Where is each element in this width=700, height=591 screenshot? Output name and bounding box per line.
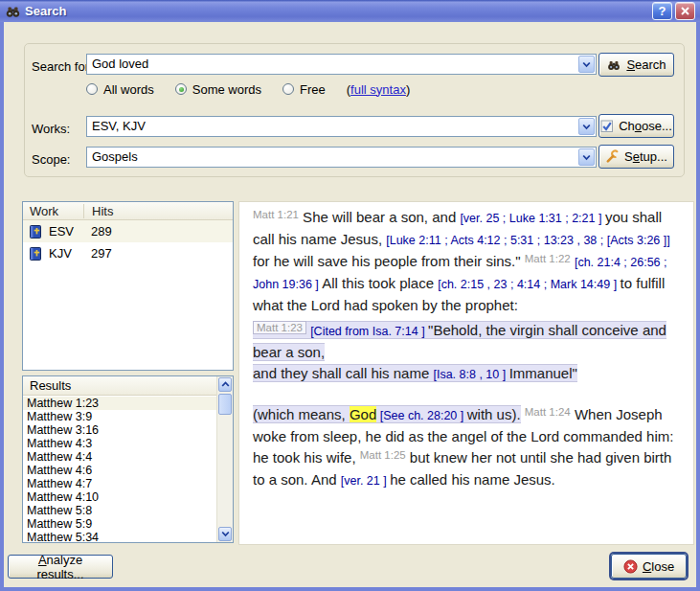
chevron-down-icon bbox=[221, 531, 230, 537]
hits-column-header[interactable]: Hits bbox=[84, 204, 113, 218]
results-list: Matthew 1:23Matthew 3:9Matthew 3:16Matth… bbox=[23, 397, 216, 542]
result-item[interactable]: Matthew 5:34 bbox=[23, 531, 216, 542]
radio-circle bbox=[86, 83, 98, 95]
book-icon bbox=[28, 246, 43, 261]
verse-number: Matt 1:23 bbox=[253, 321, 306, 334]
close-button-label: Close bbox=[643, 559, 674, 574]
result-item[interactable]: Matthew 5:9 bbox=[23, 517, 216, 531]
titlebar[interactable]: Search ? bbox=[0, 0, 700, 22]
result-item[interactable]: Matthew 4:6 bbox=[23, 464, 216, 477]
cross-reference-link[interactable]: [See ch. 28:20 ] bbox=[376, 409, 467, 422]
radio-all-words[interactable]: All words bbox=[86, 82, 154, 97]
verse-text: (which means, bbox=[253, 406, 350, 422]
scope-select[interactable]: Gospels bbox=[86, 147, 597, 168]
binoculars-icon bbox=[606, 58, 621, 72]
verse-text: Immanuel" bbox=[509, 365, 577, 381]
work-row[interactable]: KJV297 bbox=[23, 242, 233, 264]
wrench-icon bbox=[605, 149, 620, 164]
work-hits: 289 bbox=[91, 224, 112, 239]
word-mode-radio-group: All wordsSome wordsFree (full syntax) bbox=[86, 81, 410, 97]
full-syntax: (full syntax) bbox=[347, 82, 411, 97]
scrollbar-thumb[interactable] bbox=[218, 394, 232, 415]
scroll-up-button[interactable] bbox=[218, 377, 232, 392]
close-button[interactable]: Close bbox=[611, 554, 687, 579]
cross-reference-link[interactable]: [Cited from Isa. 7:14 ] bbox=[310, 325, 428, 338]
radio-label: All words bbox=[103, 82, 154, 97]
cross-reference-link[interactable]: [ch. 2:15 , 23 ; 4:14 ; Mark 14:49 ] bbox=[438, 278, 620, 291]
search-input-value[interactable]: God loved bbox=[87, 55, 577, 74]
result-item[interactable]: Matthew 1:23 bbox=[23, 397, 216, 410]
checkmark-icon bbox=[600, 120, 614, 133]
verse-paragraph: Matt 1:23 [Cited from Isa. 7:14 ] "Behol… bbox=[253, 320, 680, 385]
help-button[interactable]: ? bbox=[652, 2, 672, 20]
result-item[interactable]: Matthew 3:9 bbox=[23, 410, 216, 423]
works-rows: ESV289KJV297 bbox=[23, 220, 233, 264]
works-label: Works: bbox=[32, 122, 70, 136]
highlighted-quote: Matt 1:23 [Cited from Isa. 7:14 ] "Behol… bbox=[253, 322, 666, 381]
work-name: ESV bbox=[49, 224, 91, 239]
result-item[interactable]: Matthew 4:7 bbox=[23, 477, 216, 490]
analyze-results-label: Analyze results... bbox=[14, 553, 106, 581]
verse-text: and they shall call his name bbox=[253, 365, 433, 381]
analyze-results-button[interactable]: Analyze results... bbox=[8, 555, 113, 579]
chevron-up-icon bbox=[221, 381, 230, 388]
result-item[interactable]: Matthew 5:8 bbox=[23, 504, 216, 517]
scope-select-value[interactable]: Gospels bbox=[87, 148, 577, 167]
result-item[interactable]: Matthew 4:10 bbox=[23, 490, 216, 504]
full-syntax-link[interactable]: full syntax bbox=[350, 82, 406, 97]
search-dropdown-button[interactable] bbox=[578, 56, 595, 73]
work-name: KJV bbox=[49, 246, 91, 261]
works-select-value[interactable]: ESV, KJV bbox=[87, 117, 577, 136]
search-button[interactable]: Search bbox=[598, 53, 674, 77]
works-hits-header[interactable]: Work Hits bbox=[23, 202, 233, 220]
results-panel: Results Matthew 1:23Matthew 3:9Matthew 3… bbox=[22, 375, 234, 543]
choose-button[interactable]: Choose... bbox=[598, 114, 674, 138]
verse-text: he called his name Jesus. bbox=[390, 471, 555, 488]
setup-button-label: Setup... bbox=[624, 149, 667, 164]
window-title: Search bbox=[25, 4, 649, 18]
verse-paragraph: (which means, God [See ch. 28:20 ] with … bbox=[253, 404, 680, 491]
result-item[interactable]: Matthew 4:3 bbox=[23, 437, 216, 450]
cross-reference-link[interactable]: [Isa. 8:8 , 10 ] bbox=[433, 368, 508, 381]
search-for-label: Search for: bbox=[32, 59, 93, 74]
radio-some-words[interactable]: Some words bbox=[175, 82, 261, 97]
radio-circle bbox=[282, 83, 294, 95]
works-select[interactable]: ESV, KJV bbox=[86, 116, 597, 137]
cross-reference-link[interactable]: [ver. 25 ; Luke 1:31 ; 2:21 ] bbox=[460, 212, 605, 225]
choose-button-label: Choose... bbox=[619, 119, 672, 133]
cross-reference-link[interactable]: [ver. 21 ] bbox=[341, 474, 390, 488]
results-header: Results bbox=[23, 376, 216, 396]
verse-text: with us). bbox=[467, 406, 521, 422]
verse-number: Matt 1:21 bbox=[253, 209, 299, 220]
radio-circle bbox=[175, 83, 187, 95]
scroll-down-button[interactable] bbox=[218, 527, 232, 541]
book-icon bbox=[28, 224, 43, 239]
scope-dropdown-button[interactable] bbox=[578, 148, 595, 166]
verse-paragraph: Matt 1:21 She will bear a son, and [ver.… bbox=[253, 207, 680, 316]
radio-free[interactable]: Free bbox=[282, 82, 326, 97]
result-item[interactable]: Matthew 4:4 bbox=[23, 450, 216, 464]
verse-number: Matt 1:24 bbox=[525, 406, 571, 418]
work-column-header[interactable]: Work bbox=[23, 204, 84, 218]
works-dropdown-button[interactable] bbox=[578, 118, 595, 135]
chevron-down-icon bbox=[582, 154, 591, 161]
search-match: God bbox=[350, 406, 376, 422]
result-item[interactable]: Matthew 3:16 bbox=[23, 423, 216, 437]
verse-number: Matt 1:25 bbox=[360, 449, 406, 461]
verse-text: for he will save his people from their s… bbox=[253, 253, 525, 269]
dialog-content: Search for: God loved Search All wordsSo… bbox=[4, 22, 696, 587]
radio-label: Some words bbox=[192, 82, 261, 97]
cross-reference-link[interactable]: [Luke 2:11 ; Acts 4:12 ; 5:31 ; 13:23 , … bbox=[386, 234, 669, 247]
search-input[interactable]: God loved bbox=[86, 54, 597, 75]
setup-button[interactable]: Setup... bbox=[598, 145, 674, 169]
results-scrollbar[interactable] bbox=[216, 376, 233, 542]
close-x-icon bbox=[680, 6, 690, 16]
syntax-paren-close: ) bbox=[406, 82, 410, 97]
work-row[interactable]: ESV289 bbox=[23, 220, 233, 242]
highlighted-quote: (which means, God [See ch. 28:20 ] with … bbox=[253, 406, 521, 422]
verse-text: All this took place bbox=[322, 275, 438, 291]
verse-preview-pane: Matt 1:21 She will bear a son, and [ver.… bbox=[238, 201, 694, 545]
close-circle-icon bbox=[623, 559, 638, 574]
window-close-button[interactable] bbox=[675, 2, 695, 20]
search-button-label: Search bbox=[626, 57, 666, 72]
